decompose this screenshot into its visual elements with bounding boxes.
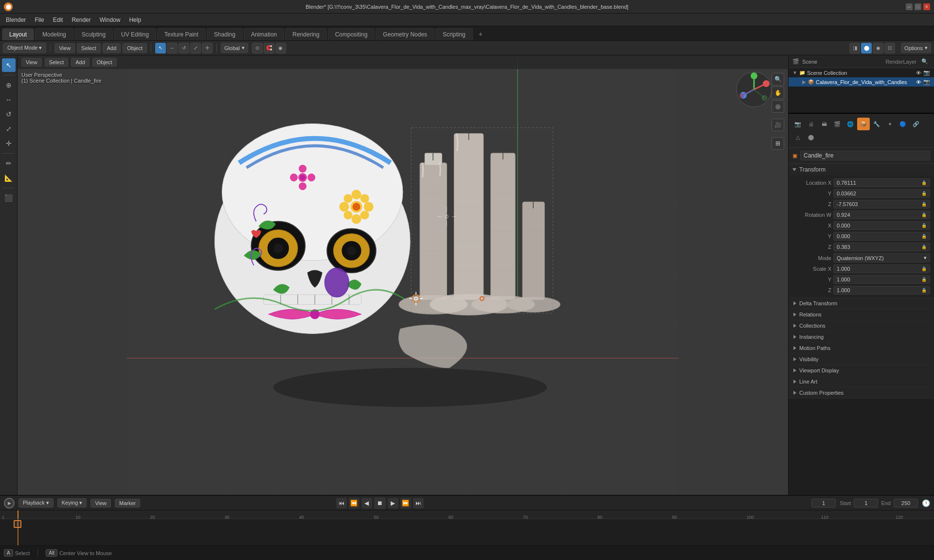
add-menu[interactable]: Add <box>103 43 121 53</box>
orbit-btn[interactable]: ◎ <box>772 100 784 113</box>
start-frame-field[interactable]: 1 <box>854 499 878 508</box>
location-y-field[interactable]: 0.03662 🔒 <box>833 189 930 198</box>
select-menu[interactable]: Select <box>77 43 101 53</box>
rotation-w-lock[interactable]: 🔒 <box>921 212 927 217</box>
scale-x-field[interactable]: 1.000 🔒 <box>833 264 930 273</box>
viewport[interactable]: View Select Add Object <box>18 55 788 495</box>
measure-tool-icon[interactable]: 📐 <box>2 171 16 185</box>
add-workspace-button[interactable]: + <box>474 28 487 40</box>
scale-z-lock[interactable]: 🔒 <box>921 288 927 293</box>
modifier-properties-icon[interactable]: 🔧 <box>870 118 883 130</box>
timeline-content-area[interactable]: 1 10 20 30 40 50 60 70 80 90 100 110 120… <box>0 510 934 545</box>
transform-tool-icon[interactable]: ✛ <box>2 137 16 150</box>
menu-help[interactable]: Help <box>125 15 145 25</box>
grid-snap-btn[interactable]: ⊞ <box>772 137 784 150</box>
rotation-y-field[interactable]: 0.000 🔒 <box>833 232 930 241</box>
tab-uv-editing[interactable]: UV Editing <box>114 28 156 40</box>
view-layer-properties-icon[interactable]: 🏔 <box>818 118 830 130</box>
world-properties-icon[interactable]: 🌐 <box>844 118 857 130</box>
object-menu[interactable]: Object <box>123 43 147 53</box>
next-keyframe-btn[interactable]: ⏩ <box>400 498 411 508</box>
move-tool-icon[interactable]: ↔ <box>2 93 16 106</box>
location-y-lock[interactable]: 🔒 <box>921 191 927 196</box>
rotate-tool[interactable]: ↺ <box>179 43 189 53</box>
render-properties-icon[interactable]: 📷 <box>791 118 804 130</box>
scene-collection-item[interactable]: ▼ 📁 Scene Collection 👁 📷 <box>789 68 934 77</box>
current-frame-field[interactable]: 1 <box>811 499 836 508</box>
location-x-field[interactable]: 0.78111 🔒 <box>833 178 930 187</box>
close-button[interactable]: ✕ <box>923 3 930 10</box>
motion-paths-section-header[interactable]: Motion Paths <box>789 343 934 354</box>
menu-render[interactable]: Render <box>68 15 94 25</box>
output-properties-icon[interactable]: 🖨 <box>805 118 817 130</box>
jump-start-btn[interactable]: ⏮ <box>336 498 347 508</box>
mode-selector[interactable]: Object Mode ▾ <box>3 43 46 53</box>
scene-eye-icon[interactable]: 👁 <box>916 70 921 76</box>
timeline-view-menu[interactable]: View <box>90 499 111 508</box>
timeline-keyframe-area[interactable]: 1 <box>0 519 934 545</box>
instancing-section-header[interactable]: Instancing <box>789 332 934 343</box>
minimize-button[interactable]: ─ <box>906 3 913 10</box>
prev-keyframe-btn[interactable]: ⏪ <box>349 498 359 508</box>
rotation-y-lock[interactable]: 🔒 <box>921 234 927 239</box>
rotation-x-lock[interactable]: 🔒 <box>921 223 927 228</box>
scene-render-icon[interactable]: 📷 <box>923 70 930 76</box>
rotate-tool-icon[interactable]: ↺ <box>2 107 16 121</box>
scene-properties-icon[interactable]: 🎬 <box>831 118 844 130</box>
tab-layout[interactable]: Layout <box>2 28 34 40</box>
play-btn[interactable]: ⏹ <box>374 497 386 509</box>
visibility-section-header[interactable]: Visibility <box>789 354 934 365</box>
move-tool[interactable]: ↔ <box>167 43 178 53</box>
transform-tool[interactable]: ✛ <box>202 43 213 53</box>
prev-frame-btn[interactable]: ◀ <box>361 498 372 508</box>
rotation-x-field[interactable]: 0.000 🔒 <box>833 221 930 230</box>
cursor-tool-icon[interactable]: ⊕ <box>2 78 16 92</box>
tab-sculpting[interactable]: Sculpting <box>74 28 113 40</box>
next-frame-btn[interactable]: ▶ <box>388 498 398 508</box>
viewport-select-menu[interactable]: Select <box>45 58 69 67</box>
menu-file[interactable]: File <box>31 15 48 25</box>
rendered-shading-btn[interactable]: ⬤ <box>861 43 872 53</box>
object-name-field[interactable]: Candle_fire <box>800 151 930 160</box>
keying-menu[interactable]: Keying ▾ <box>57 498 87 508</box>
tab-compositing[interactable]: Compositing <box>328 28 375 40</box>
material-properties-icon[interactable]: ⬤ <box>805 131 817 143</box>
pan-btn[interactable]: ✋ <box>772 87 784 99</box>
scale-x-lock[interactable]: 🔒 <box>921 266 927 271</box>
collections-section-header[interactable]: Collections <box>789 320 934 332</box>
obj-render-icon[interactable]: 📷 <box>923 79 930 85</box>
custom-properties-section-header[interactable]: Custom Properties <box>789 387 934 399</box>
tab-geometry-nodes[interactable]: Geometry Nodes <box>376 28 434 40</box>
physics-properties-icon[interactable]: 🔵 <box>897 118 909 130</box>
candle-fire-collection-item[interactable]: ▶ 📦 Calavera_Flor_de_Vida_with_Candles 👁… <box>789 77 934 87</box>
pivot-btn[interactable]: ⊙ <box>252 43 263 53</box>
viewport-object-menu[interactable]: Object <box>92 58 117 67</box>
tab-scripting[interactable]: Scripting <box>435 28 473 40</box>
rotation-w-field[interactable]: 0.924 🔒 <box>833 210 930 219</box>
scale-z-field[interactable]: 1.000 🔒 <box>833 286 930 295</box>
xray-btn[interactable]: ⊡ <box>884 43 895 53</box>
view-menu[interactable]: View <box>54 43 75 53</box>
delta-transform-section-header[interactable]: Delta Transform <box>789 298 934 309</box>
tab-animation[interactable]: Animation <box>244 28 284 40</box>
scale-tool-icon[interactable]: ⤢ <box>2 122 16 136</box>
viewport-display-section-header[interactable]: Viewport Display <box>789 365 934 376</box>
options-dropdown[interactable]: Options ▾ <box>901 43 931 53</box>
constraint-properties-icon[interactable]: 🔗 <box>910 118 922 130</box>
overlay-btn[interactable]: ◉ <box>873 43 883 53</box>
scale-y-field[interactable]: 1.000 🔒 <box>833 275 930 284</box>
tab-texture-paint[interactable]: Texture Paint <box>157 28 206 40</box>
tab-rendering[interactable]: Rendering <box>285 28 326 40</box>
obj-eye-icon[interactable]: 👁 <box>916 79 921 85</box>
maximize-button[interactable]: □ <box>915 3 921 10</box>
menu-window[interactable]: Window <box>96 15 125 25</box>
location-x-lock[interactable]: 🔒 <box>921 180 927 185</box>
select-tool-active[interactable]: ↖ <box>155 43 166 53</box>
end-frame-field[interactable]: 250 <box>894 499 918 508</box>
transform-space[interactable]: Global ▾ <box>221 43 248 53</box>
particle-properties-icon[interactable]: ✦ <box>883 118 896 130</box>
relations-section-header[interactable]: Relations <box>789 309 934 320</box>
viewport-view-menu[interactable]: View <box>21 58 42 67</box>
location-z-lock[interactable]: 🔒 <box>921 202 927 207</box>
outliner-filter-btn[interactable]: 🔍 <box>919 56 930 67</box>
